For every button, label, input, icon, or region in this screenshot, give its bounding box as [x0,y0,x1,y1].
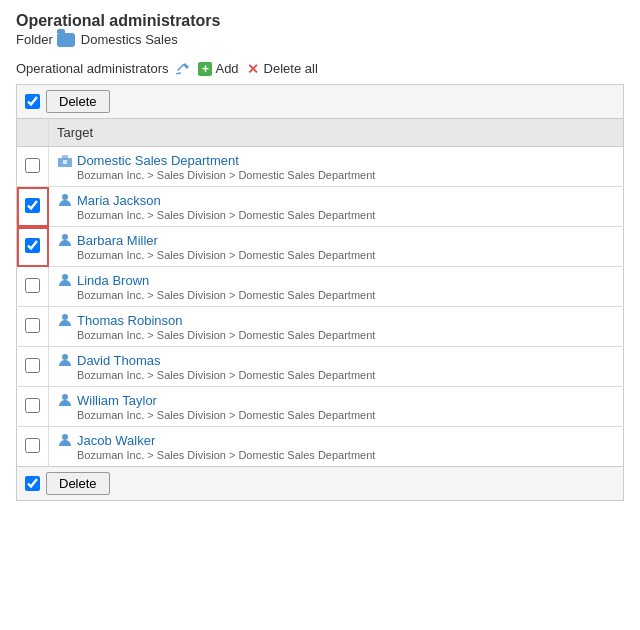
edit-icon [176,62,190,76]
target-name-link[interactable]: Linda Brown [77,273,149,288]
row-checkbox[interactable] [25,438,40,453]
bottom-toolbar: Delete [16,467,624,501]
row-checkbox[interactable] [25,198,40,213]
target-column-header: Target [49,119,624,147]
target-path: Bozuman Inc. > Sales Division > Domestic… [57,169,615,181]
folder-icon [57,33,75,47]
user-icon [57,432,73,448]
svg-point-11 [62,394,68,400]
svg-point-6 [62,194,68,200]
row-checkbox[interactable] [25,158,40,173]
target-name-link[interactable]: Thomas Robinson [77,313,183,328]
delete-all-link[interactable]: ✕ Delete all [247,61,318,76]
target-name-link[interactable]: Domestic Sales Department [77,153,239,168]
admins-table: Target Domestic Sales DepartmentBozuman … [16,118,624,467]
folder-label: Folder [16,32,53,47]
svg-point-9 [62,314,68,320]
row-checkbox[interactable] [25,318,40,333]
svg-point-10 [62,354,68,360]
svg-marker-1 [183,63,189,69]
add-link[interactable]: + Add [198,61,238,76]
svg-rect-4 [62,155,68,159]
table-row: Domestic Sales DepartmentBozuman Inc. > … [17,147,624,187]
target-path: Bozuman Inc. > Sales Division > Domestic… [57,249,615,261]
target-path: Bozuman Inc. > Sales Division > Domestic… [57,209,615,221]
row-checkbox[interactable] [25,278,40,293]
table-row: Maria JacksonBozuman Inc. > Sales Divisi… [17,187,624,227]
user-icon [57,232,73,248]
target-name-link[interactable]: William Taylor [77,393,157,408]
section-label: Operational administrators [16,61,168,76]
table-row: Thomas RobinsonBozuman Inc. > Sales Divi… [17,307,624,347]
svg-point-8 [62,274,68,280]
page-title: Operational administrators [16,12,624,30]
bottom-delete-button[interactable]: Delete [46,472,110,495]
user-icon [57,352,73,368]
target-name-link[interactable]: Maria Jackson [77,193,161,208]
add-label: Add [215,61,238,76]
delete-all-icon: ✕ [247,62,261,76]
table-row: William TaylorBozuman Inc. > Sales Divis… [17,387,624,427]
target-path: Bozuman Inc. > Sales Division > Domestic… [57,369,615,381]
folder-row: Folder Domestics Sales [16,32,624,47]
target-path: Bozuman Inc. > Sales Division > Domestic… [57,289,615,301]
add-icon: + [198,62,212,76]
target-name-link[interactable]: Jacob Walker [77,433,155,448]
row-checkbox[interactable] [25,358,40,373]
target-path: Bozuman Inc. > Sales Division > Domestic… [57,409,615,421]
svg-point-12 [62,434,68,440]
delete-all-label: Delete all [264,61,318,76]
section-header: Operational administrators + Add ✕ Delet… [16,61,624,76]
table-row: Barbara MillerBozuman Inc. > Sales Divis… [17,227,624,267]
user-icon [57,392,73,408]
table-row: Linda BrownBozuman Inc. > Sales Division… [17,267,624,307]
target-name-link[interactable]: Barbara Miller [77,233,158,248]
dept-icon [57,152,73,168]
folder-name: Domestics Sales [81,32,178,47]
top-delete-button[interactable]: Delete [46,90,110,113]
top-toolbar: Delete [16,84,624,118]
target-name-link[interactable]: David Thomas [77,353,161,368]
user-icon [57,312,73,328]
row-checkbox[interactable] [25,398,40,413]
select-all-checkbox[interactable] [25,94,40,109]
table-header-row: Target [17,119,624,147]
user-icon [57,272,73,288]
checkbox-header [17,119,49,147]
table-row: Jacob WalkerBozuman Inc. > Sales Divisio… [17,427,624,467]
table-row: David ThomasBozuman Inc. > Sales Divisio… [17,347,624,387]
svg-point-7 [62,234,68,240]
user-icon [57,192,73,208]
bottom-select-all-checkbox[interactable] [25,476,40,491]
target-path: Bozuman Inc. > Sales Division > Domestic… [57,329,615,341]
row-checkbox[interactable] [25,238,40,253]
svg-rect-2 [176,72,181,74]
svg-rect-5 [63,160,67,164]
target-path: Bozuman Inc. > Sales Division > Domestic… [57,449,615,461]
